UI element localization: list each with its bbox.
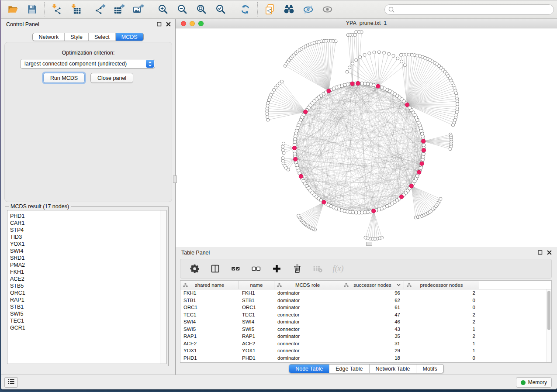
table-row[interactable]: SWI5SWI5connector431 xyxy=(180,326,547,333)
cell: 47 xyxy=(341,312,404,317)
mcds-result-item[interactable]: YOX1 xyxy=(7,241,166,248)
unselect-all-button[interactable] xyxy=(250,263,262,275)
table-row[interactable]: YOX1YOX1connector291 xyxy=(180,347,547,354)
tab-network-table[interactable]: Network Table xyxy=(369,364,416,373)
close-table-panel-icon[interactable] xyxy=(547,250,552,255)
cell: PHD1 xyxy=(180,355,239,361)
new-network-from-selection-button[interactable] xyxy=(264,3,276,15)
mcds-result-item[interactable]: PMA2 xyxy=(7,261,166,268)
column-header-successor-nodes[interactable]: successor nodes xyxy=(341,281,404,289)
mcds-result-item[interactable]: GCR1 xyxy=(7,324,166,331)
table-row[interactable]: RAP1RAP1dominator352 xyxy=(180,333,547,340)
mcds-result-item[interactable]: TEC1 xyxy=(7,317,166,324)
task-history-button[interactable] xyxy=(4,377,18,388)
zoom-in-button[interactable] xyxy=(157,3,169,15)
export-image-button[interactable] xyxy=(133,3,145,15)
table-row[interactable]: FKH1FKH1dominator962 xyxy=(180,289,547,297)
tab-motifs[interactable]: Motifs xyxy=(416,364,443,373)
cell: RAP1 xyxy=(239,334,274,339)
search-field-wrap xyxy=(384,4,554,15)
open-session-button[interactable] xyxy=(7,3,19,15)
show-columns-button[interactable] xyxy=(209,263,221,275)
import-network-button[interactable] xyxy=(51,3,62,15)
window-minimize-button[interactable] xyxy=(190,21,195,26)
vertical-split-handle[interactable] xyxy=(173,175,177,183)
mcds-result-item[interactable]: STB5 xyxy=(7,282,166,289)
close-panel-button[interactable]: Close panel xyxy=(90,73,133,83)
export-network-icon xyxy=(95,4,106,15)
tab-network[interactable]: Network xyxy=(33,33,64,41)
mcds-result-item[interactable]: SWI4 xyxy=(7,248,166,254)
mcds-result-item[interactable]: FKH1 xyxy=(7,268,166,275)
tab-select[interactable]: Select xyxy=(88,33,115,41)
column-header-name[interactable]: name xyxy=(239,281,274,289)
first-neighbors-button[interactable] xyxy=(283,3,295,15)
select-all-button[interactable] xyxy=(230,263,241,275)
cell: 2 xyxy=(404,319,479,324)
tab-edge-table[interactable]: Edge Table xyxy=(329,364,369,373)
mcds-result-item[interactable]: SWI5 xyxy=(7,310,166,317)
table-row[interactable]: ACE2ACE2connector311 xyxy=(180,340,547,347)
save-session-button[interactable] xyxy=(26,3,38,15)
table-row[interactable]: SWI4SWI4dominator462 xyxy=(180,318,547,326)
table-row[interactable]: TEC1TEC1connector472 xyxy=(180,311,547,319)
cell: 1 xyxy=(404,348,479,353)
column-header-predecessor-nodes[interactable]: predecessor nodes xyxy=(404,281,479,289)
toolbar-group xyxy=(1,2,44,17)
mcds-result-item[interactable]: SRD1 xyxy=(7,254,166,261)
memory-button[interactable]: Memory xyxy=(516,377,552,388)
hide-selected-button[interactable] xyxy=(302,3,314,15)
network-window-titlebar: YPA_prune.txt_1 xyxy=(176,19,557,28)
window-close-button[interactable] xyxy=(181,21,186,26)
apply-layout-button[interactable] xyxy=(239,3,251,15)
network-canvas[interactable] xyxy=(176,28,557,247)
horizontal-split-handle[interactable] xyxy=(366,242,372,246)
mcds-result-item[interactable]: TID3 xyxy=(7,234,166,241)
mcds-result-item[interactable]: RAP1 xyxy=(7,296,166,303)
tab-node-table[interactable]: Node Table xyxy=(289,364,329,373)
table-panel-titlebar: Table Panel xyxy=(176,247,557,258)
delete-selected-button[interactable] xyxy=(291,263,303,275)
tab-style[interactable]: Style xyxy=(64,33,88,41)
table-row[interactable]: PHD1PHD1dominator180 xyxy=(180,354,547,362)
mcds-result-item[interactable]: STB1 xyxy=(7,303,166,310)
table-row[interactable]: STB1STB1dominator620 xyxy=(180,297,547,304)
mcds-result-item[interactable]: CAR1 xyxy=(7,220,166,227)
gear-icon xyxy=(190,264,200,274)
zoom-out-button[interactable] xyxy=(176,3,188,15)
search-input[interactable] xyxy=(384,4,554,15)
control-panel: Control Panel NetworkStyleSelectMCDS Opt… xyxy=(1,19,176,375)
float-table-panel-icon[interactable] xyxy=(537,250,543,255)
import-table-button[interactable] xyxy=(70,3,82,15)
cell: dominator xyxy=(274,334,341,339)
table-row[interactable]: ORC1ORC1dominator610 xyxy=(180,304,547,311)
export-network-button[interactable] xyxy=(94,3,106,15)
eye-icon xyxy=(322,4,333,15)
run-mcds-button[interactable]: Run MCDS xyxy=(43,73,85,83)
float-panel-icon[interactable] xyxy=(156,21,162,27)
cell: connector xyxy=(274,341,341,346)
close-panel-icon[interactable] xyxy=(166,21,171,27)
mcds-list-scrollbar[interactable] xyxy=(160,210,166,364)
table-scrollbar-thumb[interactable] xyxy=(547,291,550,330)
export-table-button[interactable] xyxy=(114,3,125,15)
column-header-shared-name[interactable]: shared name xyxy=(180,281,239,289)
cell: 43 xyxy=(341,327,404,332)
cell: YOX1 xyxy=(180,348,239,353)
header-filler xyxy=(479,281,551,289)
zoom-fit-button[interactable] xyxy=(196,3,208,15)
mcds-result-item[interactable]: PHD1 xyxy=(7,213,166,220)
show-all-button[interactable] xyxy=(322,3,333,15)
optimization-criterion-select[interactable]: largest connected component (undirected) xyxy=(20,59,155,69)
column-header-MCDS-role[interactable]: MCDS role xyxy=(274,281,341,289)
tab-mcds[interactable]: MCDS xyxy=(115,33,143,41)
window-zoom-button[interactable] xyxy=(198,21,204,26)
mcds-result-item[interactable]: ACE2 xyxy=(7,275,166,282)
add-row-button[interactable] xyxy=(271,263,282,275)
mcds-result-item[interactable]: ORC1 xyxy=(7,289,166,296)
mcds-result-item[interactable]: STP4 xyxy=(7,227,166,234)
zoom-selected-button[interactable] xyxy=(215,3,227,15)
table-settings-button[interactable] xyxy=(189,263,200,275)
select-all-icon xyxy=(231,264,241,274)
cell: FKH1 xyxy=(180,290,239,296)
